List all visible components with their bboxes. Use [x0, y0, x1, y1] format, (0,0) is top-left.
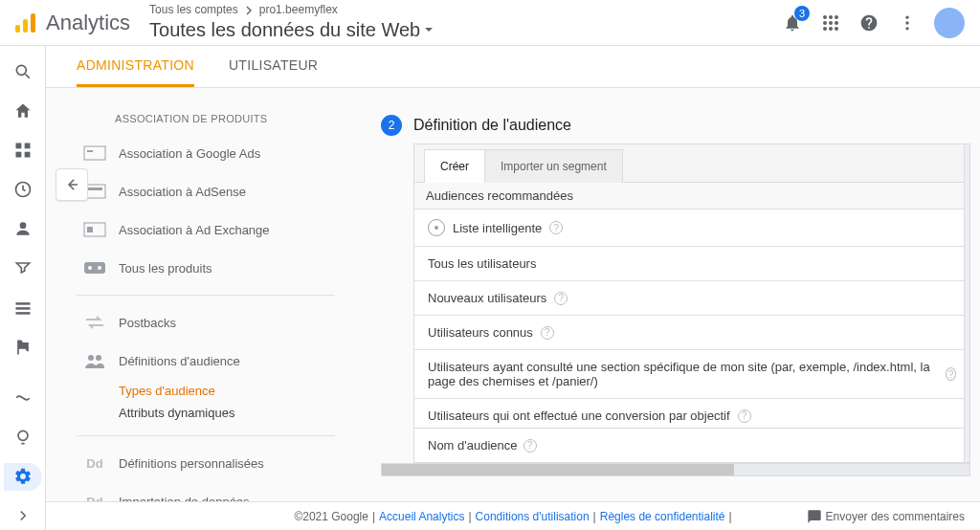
link-icon [82, 144, 107, 163]
sublink-types[interactable]: Types d'audience [119, 384, 335, 398]
svg-rect-29 [87, 188, 102, 190]
rail-behavior[interactable] [4, 294, 42, 321]
chevron-right-icon [244, 6, 254, 15]
audience-icon [82, 351, 107, 370]
apps-icon [822, 14, 839, 32]
rail-audience[interactable] [4, 215, 42, 243]
search-button[interactable] [4, 57, 42, 85]
audience-label: Utilisateurs qui ont effectué une conver… [428, 409, 730, 423]
rail-acquisition[interactable] [4, 254, 42, 282]
item-adsense[interactable]: Association à AdSense [77, 172, 335, 210]
bulb-icon [13, 428, 33, 447]
item-custom-defs[interactable]: Dd Définitions personnalisées [77, 444, 335, 482]
admin-column: ASSOCIATION DE PRODUITS Association à Go… [77, 88, 335, 501]
collapse-button[interactable] [56, 168, 88, 201]
svg-point-25 [18, 431, 28, 440]
scrollbar-vertical[interactable] [964, 144, 970, 463]
step-number: 2 [381, 115, 402, 136]
svg-point-7 [829, 21, 833, 25]
main-area: ASSOCIATION DE PRODUITS Association à Go… [46, 88, 980, 501]
section-title: ASSOCIATION DE PRODUITS [115, 113, 335, 124]
help-icon[interactable]: ? [738, 409, 751, 423]
audience-row[interactable]: Liste intelligente? [414, 210, 969, 247]
audience-row[interactable]: Tous les utilisateurs [414, 247, 969, 281]
panel-tab-import[interactable]: Importer un segment [484, 149, 623, 183]
rail-attribution[interactable] [4, 384, 42, 411]
feedback-button[interactable]: Envoyer des commentaires [807, 509, 965, 524]
item-postbacks[interactable]: Postbacks [77, 303, 335, 342]
exchange-icon [82, 313, 107, 332]
rail-admin[interactable] [4, 463, 42, 491]
audience-row[interactable]: Utilisateurs connus? [414, 316, 969, 350]
svg-point-9 [823, 27, 827, 31]
admin-list-2: Postbacks Définitions d'audience Types d… [77, 303, 335, 428]
item-data-import[interactable]: Dd Importation de données [77, 482, 335, 501]
panel-tab-create[interactable]: Créer [424, 149, 485, 183]
footer: ©2021 Google | Accueil Analytics | Condi… [46, 501, 980, 530]
audience-label: Nouveaux utilisateurs [428, 291, 546, 305]
analytics-logo-icon [13, 11, 38, 35]
help-icon[interactable]: ? [554, 292, 568, 305]
breadcrumb-child: pro1.beemyflex [259, 3, 338, 18]
caret-down-icon [424, 25, 434, 34]
item-label: Définitions d'audience [119, 354, 240, 368]
rail-conversions[interactable] [4, 333, 42, 361]
view-selector[interactable]: Toutes les données du site Web [149, 17, 781, 42]
svg-rect-17 [24, 143, 30, 148]
step-area: 2 Définition de l'audience Créer Importe… [381, 115, 970, 463]
breadcrumb[interactable]: Tous les comptes pro1.beemyflex [149, 3, 781, 18]
help-icon[interactable]: ? [549, 221, 563, 234]
svg-point-6 [823, 21, 827, 25]
home-icon [13, 101, 33, 121]
rail-reports[interactable] [4, 136, 42, 164]
more-button[interactable] [896, 11, 919, 34]
item-audience-defs[interactable]: Définitions d'audience [77, 342, 335, 380]
help-icon[interactable]: ? [523, 439, 537, 453]
tab-utilisateur[interactable]: UTILISATEUR [229, 57, 318, 87]
svg-point-12 [905, 15, 908, 18]
footer-link-terms[interactable]: Conditions d'utilisation [476, 510, 590, 523]
svg-point-8 [835, 21, 838, 25]
svg-point-10 [829, 27, 833, 31]
rail-realtime[interactable] [4, 176, 42, 204]
rail-collapse[interactable] [4, 502, 42, 530]
step-title: Définition de l'audience [413, 117, 571, 134]
footer-link-privacy[interactable]: Règles de confidentialité [600, 510, 725, 523]
svg-point-14 [905, 27, 908, 30]
help-button[interactable] [858, 11, 880, 34]
audience-row[interactable]: Utilisateurs ayant consulté une section … [414, 350, 969, 399]
sublink-attrs[interactable]: Attributs dynamiques [119, 406, 335, 420]
step-header: 2 Définition de l'audience [381, 115, 970, 136]
rail-discover[interactable] [4, 424, 42, 452]
footer-link-home[interactable]: Accueil Analytics [379, 510, 464, 523]
svg-rect-16 [15, 143, 21, 148]
arrow-left-icon [63, 176, 80, 193]
divider [77, 435, 335, 436]
item-label: Association à Ad Exchange [119, 223, 270, 237]
help-icon[interactable]: ? [946, 367, 956, 381]
item-all-products[interactable]: Tous les produits [77, 249, 335, 287]
audience-row[interactable]: Utilisateurs qui ont effectué une conver… [414, 399, 969, 429]
audience-row[interactable]: Nouveaux utilisateurs? [414, 281, 969, 316]
avatar[interactable] [934, 8, 965, 38]
product-logo[interactable]: Analytics [13, 11, 130, 35]
svg-rect-0 [15, 25, 20, 33]
funnel-icon [13, 258, 33, 277]
scrollbar-horizontal[interactable] [381, 463, 970, 476]
svg-point-13 [905, 21, 908, 24]
apps-button[interactable] [819, 11, 842, 34]
gear-icon [13, 467, 33, 486]
notifications-button[interactable]: 3 [781, 11, 804, 34]
item-label: Association à AdSense [119, 185, 246, 199]
tab-administration[interactable]: ADMINISTRATION [77, 57, 194, 87]
admin-list-1: Association à Google Ads Association à A… [77, 134, 335, 287]
svg-point-4 [829, 15, 833, 19]
rail-home[interactable] [4, 97, 42, 124]
svg-point-3 [823, 15, 827, 19]
item-google-ads[interactable]: Association à Google Ads [77, 134, 335, 172]
feedback-label: Envoyer des commentaires [826, 510, 965, 523]
item-ad-exchange[interactable]: Association à Ad Exchange [77, 210, 335, 249]
help-icon[interactable]: ? [541, 326, 554, 340]
svg-rect-24 [15, 312, 30, 315]
account-breadcrumb-area: Tous les comptes pro1.beemyflex Toutes l… [149, 3, 781, 43]
